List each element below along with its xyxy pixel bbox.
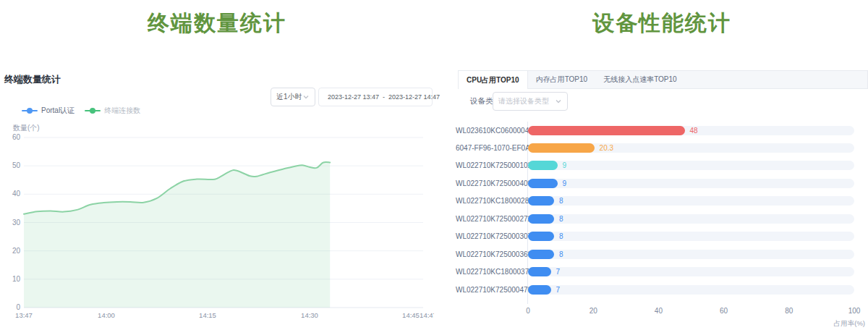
bar-value-label: 20.3: [600, 143, 613, 153]
left-page-title: 终端数量统计: [0, 9, 434, 38]
legend-line-dot-icon: [85, 108, 101, 114]
svg-text:30: 30: [12, 219, 21, 227]
x-axis-tick: 40: [647, 307, 669, 315]
bar-value-label: 9: [563, 161, 567, 170]
bar-category-label: 6047-FF96-1070-EF0A: [456, 143, 524, 153]
bar-value-label: 9: [563, 179, 567, 188]
bar[interactable]: [528, 143, 595, 153]
bar-value-label: 8: [559, 250, 563, 259]
legend-item-terminal-connections[interactable]: 终端连接数: [85, 106, 140, 116]
x-axis-tick: 20: [582, 307, 604, 315]
svg-text:13:47: 13:47: [15, 311, 33, 319]
bar-category-label: WL022710K725000409: [456, 179, 524, 188]
bar-value-label: 8: [559, 196, 563, 206]
svg-text:60: 60: [12, 133, 21, 141]
svg-text:0: 0: [16, 303, 20, 311]
time-range-value: 近1小时: [276, 92, 302, 102]
x-axis-tick: 0: [517, 307, 539, 315]
bar[interactable]: [528, 267, 551, 276]
x-axis-tick: 80: [778, 307, 800, 315]
legend-label: Portal认证: [41, 106, 75, 116]
bar-category-label: WL022710K725000272: [456, 214, 524, 224]
legend-item-portal[interactable]: Portal认证: [22, 106, 75, 116]
x-axis-tick: 100: [843, 307, 865, 315]
svg-text:14:47: 14:47: [420, 311, 434, 319]
legend-label: 终端连接数: [104, 106, 140, 116]
date-range-end: 2023-12-27 14:47: [388, 93, 440, 101]
bar-value-label: 8: [559, 214, 563, 224]
bar-track: [528, 179, 854, 188]
cpu-top10-bar-chart: WL023610KC06000043486047-FF96-1070-EF0A2…: [456, 0, 868, 330]
bar[interactable]: [528, 214, 554, 224]
x-axis-title: 占用率(%): [803, 319, 865, 329]
bar-category-label: WL022710K725000470: [456, 285, 524, 295]
bar-category-label: WL022710K725000102: [456, 161, 524, 170]
bar[interactable]: [528, 179, 558, 188]
bar-category-label: WL022710K725000369: [456, 250, 524, 259]
bar-track: [528, 267, 854, 276]
x-axis-tick: 60: [713, 307, 735, 315]
date-range-separator: -: [383, 93, 385, 101]
bar-value-label: 8: [559, 232, 563, 241]
chevron-down-icon: [302, 93, 310, 101]
bar[interactable]: [528, 196, 554, 206]
date-range-start: 2023-12-27 13:47: [328, 93, 379, 101]
svg-text:10: 10: [12, 275, 21, 283]
bar-value-label: 7: [556, 267, 561, 276]
svg-text:40: 40: [12, 190, 21, 198]
bar-track: [528, 161, 854, 170]
bar-category-label: WL023610KC06000043: [456, 126, 524, 135]
line-chart-canvas[interactable]: 010203040506013:4714:0014:1514:3014:4514…: [0, 0, 434, 330]
bar-track: [528, 250, 854, 259]
date-range-picker[interactable]: 2023-12-27 13:47 - 2023-12-27 14:47: [318, 88, 433, 106]
bar-track: [528, 232, 854, 241]
svg-text:20: 20: [12, 247, 21, 255]
legend-line-dot-icon: [22, 108, 38, 114]
chart-legend: Portal认证 终端连接数: [22, 106, 140, 116]
svg-text:14:15: 14:15: [199, 311, 216, 319]
bar-track: [528, 285, 854, 295]
bar[interactable]: [528, 126, 685, 135]
bar[interactable]: [528, 232, 554, 241]
bar-category-label: WL022710KC18000280: [456, 196, 524, 206]
bar[interactable]: [528, 161, 558, 170]
svg-text:50: 50: [12, 161, 21, 169]
y-axis-title: 数量(个): [13, 123, 40, 133]
left-card-title: 终端数量统计: [4, 73, 61, 86]
svg-text:14:00: 14:00: [98, 311, 115, 319]
svg-text:14:30: 14:30: [301, 311, 318, 319]
svg-text:14:45: 14:45: [402, 311, 420, 319]
bar-track: [528, 196, 854, 206]
bar[interactable]: [528, 285, 551, 295]
bar-value-label: 7: [556, 285, 561, 295]
bar-category-label: WL022710K725000307: [456, 232, 524, 241]
terminal-count-panel: 终端数量统计 终端数量统计 近1小时 2023-12-27 13:47 - 20…: [0, 0, 434, 330]
bar-value-label: 48: [690, 126, 698, 135]
bar-track: [528, 214, 854, 224]
bar[interactable]: [528, 250, 554, 259]
time-range-select[interactable]: 近1小时: [271, 88, 315, 106]
device-performance-panel: 设备性能统计 CPU占用TOP10 内存占用TOP10 无线接入点速率TOP10…: [456, 0, 868, 330]
bar-category-label: WL022710KC18000372: [456, 267, 524, 276]
